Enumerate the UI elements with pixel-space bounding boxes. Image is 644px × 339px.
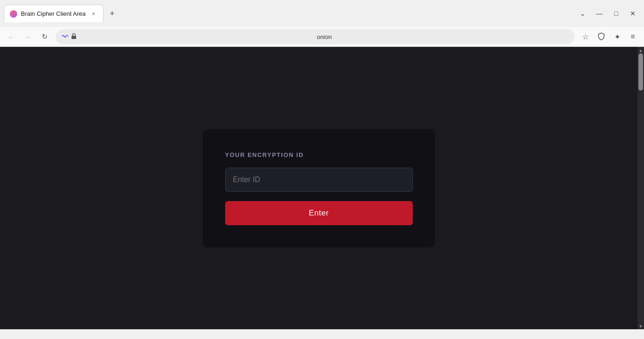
- bookmark-button[interactable]: ☆: [578, 29, 593, 44]
- encryption-id-input[interactable]: [225, 168, 413, 192]
- tab-title: Brain Cipher Client Area: [21, 10, 85, 17]
- maximize-button[interactable]: □: [609, 6, 624, 21]
- address-text: onion: [80, 33, 569, 40]
- lock-icon: [71, 33, 77, 41]
- tab-bar: Brain Cipher Client Area × + ⌄ — □ ✕: [0, 0, 644, 27]
- minimize-button[interactable]: —: [592, 6, 607, 21]
- scrollbar-down-button[interactable]: ▼: [637, 323, 644, 329]
- scrollbar-track[interactable]: [637, 53, 644, 323]
- enter-button[interactable]: Enter: [225, 201, 413, 225]
- new-tab-button[interactable]: +: [105, 7, 118, 20]
- chevron-down-button[interactable]: ⌄: [575, 6, 590, 21]
- login-card: YOUR ENCRYPTION ID Enter: [203, 129, 435, 248]
- address-icons: [61, 33, 77, 41]
- forward-button[interactable]: →: [20, 29, 35, 44]
- browser-chrome: Brain Cipher Client Area × + ⌄ — □ ✕ ← →…: [0, 0, 644, 47]
- tor-icon: [61, 33, 69, 41]
- scrollbar-thumb[interactable]: [638, 53, 643, 91]
- encryption-id-label: YOUR ENCRYPTION ID: [225, 151, 413, 158]
- scrollbar[interactable]: ▲ ▼: [637, 47, 644, 329]
- tab-close-button[interactable]: ×: [89, 10, 98, 18]
- svg-rect-0: [72, 36, 76, 39]
- tab-favicon: [10, 10, 17, 18]
- extensions-button[interactable]: ✦: [610, 29, 624, 44]
- active-tab[interactable]: Brain Cipher Client Area ×: [4, 5, 104, 22]
- menu-button[interactable]: ≡: [625, 29, 640, 44]
- address-bar[interactable]: onion: [56, 29, 574, 44]
- back-button[interactable]: ←: [4, 29, 19, 44]
- shield-button[interactable]: [594, 29, 609, 44]
- page-content: YOUR ENCRYPTION ID Enter: [0, 47, 637, 329]
- browser-content: ▲ ▼ YOUR ENCRYPTION ID Enter: [0, 47, 644, 329]
- scrollbar-up-button[interactable]: ▲: [637, 47, 644, 53]
- nav-right-icons: ☆ ✦ ≡: [578, 29, 640, 44]
- window-controls: ⌄ — □ ✕: [575, 6, 640, 21]
- close-button[interactable]: ✕: [625, 6, 640, 21]
- refresh-button[interactable]: ↻: [37, 29, 52, 44]
- nav-bar: ← → ↻ onion: [0, 27, 644, 46]
